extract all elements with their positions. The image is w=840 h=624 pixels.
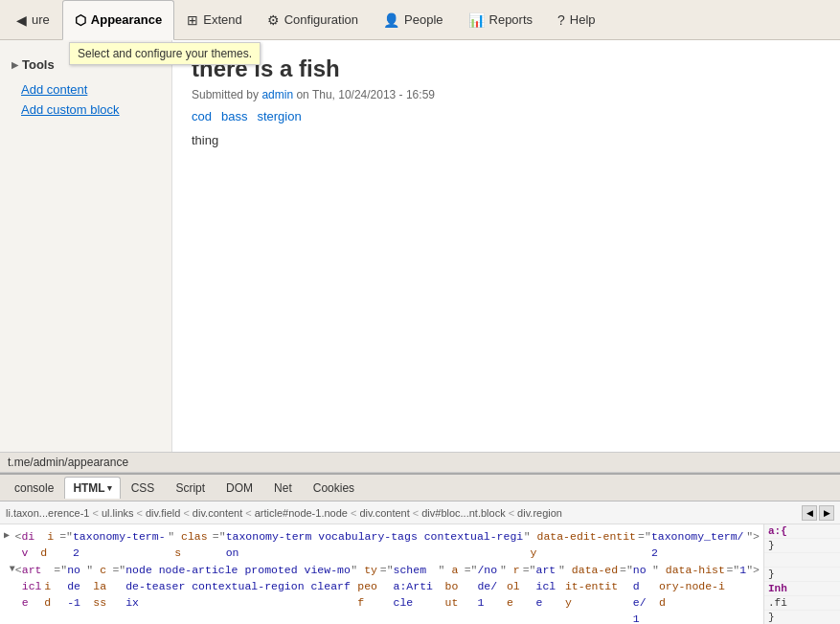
article-author-link[interactable]: admin <box>261 88 293 101</box>
html-line[interactable]: ▼ <article id="node-1" class="node node-… <box>4 562 760 625</box>
help-icon: ? <box>557 12 565 28</box>
add-content-link[interactable]: Add content <box>0 79 171 100</box>
configuration-icon: ⚙ <box>267 12 280 28</box>
html-tab-dropdown-arrow: ▾ <box>107 483 112 493</box>
right-panel-entry: Inh <box>764 582 840 596</box>
tab-cookies[interactable]: Cookies <box>303 477 365 499</box>
tab-net[interactable]: Net <box>263 477 303 499</box>
nav-back-label: ure <box>32 12 50 27</box>
tab-script[interactable]: Script <box>165 477 216 499</box>
nav-item-extend[interactable]: ⊞ Extend <box>174 0 254 40</box>
html-tree: ▶ <div id="taxonomy-term-2" class="taxon… <box>4 528 760 624</box>
dom-breadcrumb: li.taxon...erence-1 < ul.links < div.fie… <box>0 501 840 524</box>
breadcrumb-item-3[interactable]: div.content <box>193 507 242 519</box>
back-icon: ◀ <box>16 12 27 28</box>
extend-icon: ⊞ <box>187 12 198 28</box>
right-panel-entry: } <box>764 611 840 624</box>
right-panel-entry: a:{ <box>764 524 840 539</box>
devtools-content: ▶ <div id="taxonomy-term-2" class="taxon… <box>0 524 840 624</box>
breadcrumb-item-6[interactable]: div#bloc...nt.block <box>421 507 505 519</box>
appearance-icon: ⬡ <box>75 12 86 28</box>
nav-reports-label: Reports <box>489 12 534 27</box>
nav-item-back[interactable]: ◀ ure <box>4 0 62 40</box>
article-meta: Submitted by admin on Submitted by admin… <box>192 88 821 101</box>
breadcrumb-prev-btn[interactable]: ◀ <box>802 505 817 521</box>
top-navigation: ◀ ure ⬡ Appearance ⊞ Extend ⚙ Configurat… <box>0 0 840 40</box>
article-content: there is a fish Submitted by admin on Su… <box>172 40 840 452</box>
right-panel-entry <box>764 553 840 568</box>
nav-item-reports[interactable]: 📊 Reports <box>456 0 546 40</box>
breadcrumb-item-0[interactable]: li.taxon...erence-1 <box>6 507 89 519</box>
right-panel-entry: .fi <box>764 596 840 611</box>
main-content-area: Tools Add content Add custom block there… <box>0 40 840 452</box>
breadcrumb-item-7[interactable]: div.region <box>517 507 562 519</box>
breadcrumb-item-2[interactable]: div.field <box>146 507 180 519</box>
url-text: t.me/admin/appearance <box>8 456 128 469</box>
right-panel-entry: } <box>764 539 840 553</box>
breadcrumb-item-5[interactable]: div.content <box>359 507 409 519</box>
nav-item-configuration[interactable]: ⚙ Configuration <box>255 0 371 40</box>
devtools-tabs-bar: console HTML ▾ CSS Script DOM Net Cookie… <box>0 475 840 501</box>
tag-cod[interactable]: cod <box>192 109 212 123</box>
devtools-panel: console HTML ▾ CSS Script DOM Net Cookie… <box>0 473 840 624</box>
article-body: thing <box>192 133 821 147</box>
html-panel[interactable]: ▶ <div id="taxonomy-term-2" class="taxon… <box>0 524 763 624</box>
tab-console[interactable]: console <box>4 477 64 499</box>
reports-icon: 📊 <box>468 12 485 28</box>
html-line[interactable]: ▶ <div id="taxonomy-term-2" class="taxon… <box>4 528 760 562</box>
tag-bass[interactable]: bass <box>221 109 247 123</box>
tag-stergion[interactable]: stergion <box>257 109 301 123</box>
breadcrumb-navigation: ◀ ▶ <box>802 505 834 521</box>
article-tags: cod bass stergion <box>192 109 821 123</box>
expand-icon[interactable]: ▶ <box>4 528 15 543</box>
sidebar: Tools Add content Add custom block <box>0 40 172 452</box>
tab-dom[interactable]: DOM <box>216 477 263 499</box>
nav-people-label: People <box>404 12 443 27</box>
nav-appearance-label: Appearance <box>91 12 162 27</box>
devtools-right-panel: a:{ } } Inh .fi } Inh .vi } } .fi ter <box>763 524 840 624</box>
breadcrumb-item-1[interactable]: ul.links <box>102 507 134 519</box>
tooltip: Select and configure your themes. <box>69 42 261 65</box>
article-title: there is a fish <box>192 56 821 82</box>
people-icon: 👤 <box>383 12 399 28</box>
url-bar: t.me/admin/appearance <box>0 452 840 473</box>
tab-css[interactable]: CSS <box>121 477 166 499</box>
nav-item-people[interactable]: 👤 People <box>371 0 455 40</box>
right-panel-entry: } <box>764 568 840 582</box>
nav-extend-label: Extend <box>203 12 241 27</box>
nav-help-label: Help <box>570 12 596 27</box>
breadcrumb-item-4[interactable]: article#node-1.node <box>255 507 348 519</box>
nav-item-help[interactable]: ? Help <box>545 0 608 40</box>
tab-html[interactable]: HTML ▾ <box>64 477 120 499</box>
add-custom-block-link[interactable]: Add custom block <box>0 100 171 120</box>
nav-item-appearance[interactable]: ⬡ Appearance <box>62 0 174 40</box>
nav-configuration-label: Configuration <box>284 12 358 27</box>
breadcrumb-next-btn[interactable]: ▶ <box>819 505 834 521</box>
